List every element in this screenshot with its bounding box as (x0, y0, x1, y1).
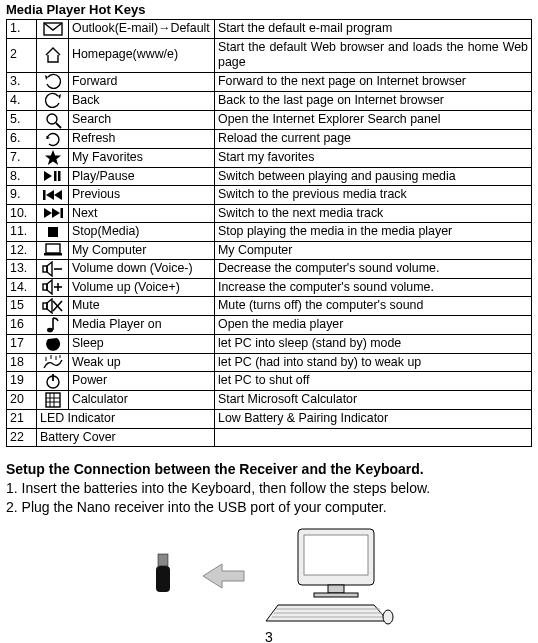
row-key: Calculator (69, 391, 215, 410)
row-desc: Decrease the computer's sound volume. (215, 260, 532, 279)
table-row: 18Weak uplet PC (had into stand by) to w… (7, 353, 532, 372)
row-number: 20 (7, 391, 37, 410)
row-desc: let PC to shut off (215, 372, 532, 391)
setup-step-2: 2. Plug the Nano receiver into the USB p… (6, 498, 532, 517)
table-row: 14.Volume up (Voice+)Increase the comput… (7, 278, 532, 297)
stop-icon (37, 223, 69, 242)
moon-icon (37, 334, 69, 353)
setup-heading: Setup the Connection between the Receive… (6, 461, 532, 477)
page-number: 3 (6, 629, 532, 643)
mute-icon (37, 297, 69, 316)
svg-rect-40 (158, 554, 168, 566)
play-pause-icon (37, 167, 69, 186)
row-number: 11. (7, 223, 37, 242)
row-key: Outlook(E-mail)→Default (69, 20, 215, 39)
svg-point-27 (47, 327, 53, 332)
volume-down-icon (37, 260, 69, 279)
row-key: My Computer (69, 241, 215, 260)
row-key: Volume down (Voice-) (69, 260, 215, 279)
svg-marker-11 (52, 208, 60, 218)
table-row: 8.Play/PauseSwitch between playing and p… (7, 167, 532, 186)
row-number: 7. (7, 148, 37, 167)
table-row: 21LED IndicatorLow Battery & Pairing Ind… (7, 410, 532, 429)
table-row: 9.PreviousSwitch to the previous media t… (7, 186, 532, 205)
row-number: 10. (7, 204, 37, 223)
arrow-left-icon (200, 559, 246, 593)
home-icon (37, 38, 69, 72)
row-key: Refresh (69, 129, 215, 148)
row-number: 15 (7, 297, 37, 316)
table-row: 19Powerlet PC to shut off (7, 372, 532, 391)
svg-point-51 (383, 610, 393, 624)
previous-track-icon (37, 186, 69, 205)
svg-rect-46 (314, 593, 358, 597)
svg-rect-41 (156, 566, 170, 592)
next-track-icon (37, 204, 69, 223)
row-desc: Open the media player (215, 315, 532, 334)
svg-rect-15 (44, 253, 62, 256)
table-row: 12.My ComputerMy Computer (7, 241, 532, 260)
row-key: Play/Pause (69, 167, 215, 186)
table-row: 11.Stop(Media)Stop playing the media in … (7, 223, 532, 242)
svg-rect-5 (54, 171, 57, 181)
calculator-icon (37, 391, 69, 410)
table-row: 1.Outlook(E-mail)→DefaultStart the defau… (7, 20, 532, 39)
row-number: 2 (7, 38, 37, 72)
star-icon (37, 148, 69, 167)
table-row: 7.My FavoritesStart my favorites (7, 148, 532, 167)
row-desc: Stop playing the media in the media play… (215, 223, 532, 242)
row-number: 6. (7, 129, 37, 148)
table-row: 3.ForwardForward to the next page on Int… (7, 72, 532, 91)
row-desc: Forward to the next page on Internet bro… (215, 72, 532, 91)
svg-marker-9 (54, 190, 62, 200)
volume-up-icon (37, 278, 69, 297)
row-key: LED Indicator (37, 410, 215, 429)
table-row: 5.SearchOpen the Internet Explorer Searc… (7, 110, 532, 129)
setup-diagram (6, 527, 532, 625)
row-desc: Back to the last page on Internet browse… (215, 91, 532, 110)
row-key: Forward (69, 72, 215, 91)
mail-icon (37, 20, 69, 39)
svg-marker-24 (47, 299, 52, 313)
row-desc: let PC (had into stand by) to weak up (215, 353, 532, 372)
power-icon (37, 372, 69, 391)
row-number: 12. (7, 241, 37, 260)
svg-rect-44 (304, 535, 368, 575)
row-desc: Increase the computer's sound volume. (215, 278, 532, 297)
row-desc: Reload the current page (215, 129, 532, 148)
row-key: Previous (69, 186, 215, 205)
row-number: 17 (7, 334, 37, 353)
computer-icon (37, 241, 69, 260)
svg-rect-6 (58, 171, 61, 181)
row-number: 21 (7, 410, 37, 429)
table-row: 2Homepage(www/e)Start the default Web br… (7, 38, 532, 72)
wake-icon (37, 353, 69, 372)
row-desc (215, 428, 532, 447)
svg-marker-10 (44, 208, 52, 218)
row-desc: Start my favorites (215, 148, 532, 167)
row-number: 9. (7, 186, 37, 205)
row-number: 18 (7, 353, 37, 372)
music-note-icon (37, 315, 69, 334)
svg-marker-4 (44, 171, 52, 181)
row-desc: Switch to the previous media track (215, 186, 532, 205)
row-key: Media Player on (69, 315, 215, 334)
table-row: 22Battery Cover (7, 428, 532, 447)
row-number: 4. (7, 91, 37, 110)
svg-rect-45 (328, 585, 344, 593)
svg-rect-13 (48, 227, 58, 237)
table-row: 17Sleeplet PC into sleep (stand by) mode (7, 334, 532, 353)
row-key: Search (69, 110, 215, 129)
svg-marker-42 (203, 564, 244, 588)
row-key: Stop(Media) (69, 223, 215, 242)
setup-step-1: 1. Insert the batteries into the Keyboar… (6, 479, 532, 498)
row-number: 22 (7, 428, 37, 447)
svg-rect-7 (43, 190, 46, 200)
refresh-icon (37, 129, 69, 148)
svg-rect-14 (46, 244, 60, 253)
svg-marker-8 (46, 190, 54, 200)
row-number: 1. (7, 20, 37, 39)
svg-point-1 (47, 114, 57, 124)
row-desc: Start the default e-mail program (215, 20, 532, 39)
svg-marker-3 (45, 150, 61, 165)
